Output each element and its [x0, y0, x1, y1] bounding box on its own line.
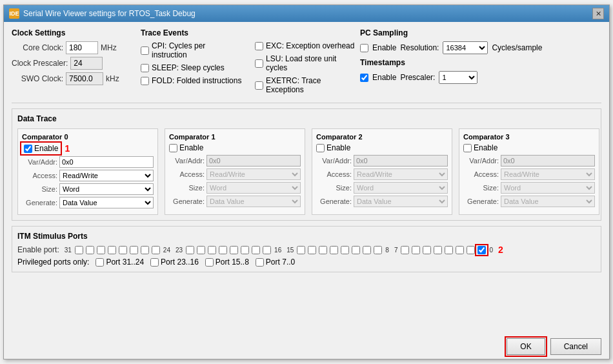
timestamps-row: Enable Prescaler: 1 2 4 8 16 64 — [360, 71, 601, 84]
comp2-generate-label: Generate: — [316, 197, 352, 205]
port-1-cb[interactable] — [467, 246, 475, 254]
comp2-enable-row: Enable — [316, 143, 448, 152]
port-27-cb[interactable] — [119, 246, 127, 254]
comp1-size-select: Word — [206, 182, 301, 194]
port-10-cb[interactable] — [352, 246, 360, 254]
port-3-cb[interactable] — [445, 246, 453, 254]
port-5-cb[interactable] — [423, 246, 431, 254]
pc-enable-checkbox[interactable] — [360, 44, 368, 52]
main-content: Clock Settings Core Clock: MHz Clock Pre… — [4, 22, 609, 334]
trace-lsu-checkbox[interactable] — [255, 59, 263, 68]
comp0-enable-checkbox[interactable] — [24, 145, 32, 153]
priv-row: Privileged ports only: Port 31..24 Port … — [17, 258, 596, 267]
port-19-cb[interactable] — [230, 246, 238, 254]
pc-resolution-select[interactable]: 16384 8192 4096 — [443, 41, 488, 54]
priv-31-24: Port 31..24 — [95, 258, 144, 267]
port-8-num: 8 — [385, 247, 389, 254]
port-31-cb[interactable] — [75, 246, 83, 254]
comp2-size-label: Size: — [316, 184, 352, 192]
port-11-cb[interactable] — [341, 246, 349, 254]
trace-exetrc-row: EXETRC: Trace Exceptions — [255, 76, 360, 94]
comp0-size-select[interactable]: Word Byte Halfword — [59, 183, 154, 195]
core-clock-row: Core Clock: MHz — [12, 41, 141, 54]
port-23-cb[interactable] — [186, 246, 194, 254]
comp3-size-select: Word — [501, 182, 595, 194]
close-button[interactable]: ✕ — [592, 8, 604, 19]
port-28-cb[interactable] — [108, 246, 116, 254]
comp3-access-label: Access: — [463, 170, 499, 178]
trace-cpi-checkbox[interactable] — [141, 46, 149, 55]
comp0-access-select[interactable]: Read/Write Read Write — [59, 170, 154, 181]
trace-events-title: Trace Events — [141, 28, 360, 37]
port-25-cb[interactable] — [141, 246, 149, 254]
port-9-cb[interactable] — [363, 246, 371, 254]
port-21-cb[interactable] — [208, 246, 216, 254]
comp1-generate-select: Data Value — [206, 196, 301, 207]
port-31-num: 31 — [65, 247, 72, 254]
trace-fold-checkbox[interactable] — [141, 77, 149, 85]
port-15-cb[interactable] — [297, 246, 305, 254]
priv-15-8: Port 15..8 — [205, 258, 249, 267]
clock-prescaler-input[interactable] — [70, 57, 103, 70]
comp0-size-label: Size: — [22, 185, 57, 193]
swo-clock-input[interactable] — [66, 72, 103, 85]
port-24-num: 24 — [163, 247, 170, 254]
data-trace-section: Data Trace Comparator 0 Enable 1 Var/Add… — [12, 108, 601, 221]
priv-31-24-checkbox[interactable] — [95, 258, 104, 267]
comp3-enable-label: Enable — [474, 143, 497, 152]
port-24-cb[interactable] — [152, 246, 160, 254]
priv-31-24-label: Port 31..24 — [106, 258, 144, 267]
timestamps-prescaler-select[interactable]: 1 2 4 8 16 64 — [439, 71, 477, 84]
trace-sleep-checkbox[interactable] — [141, 64, 149, 72]
priv-15-8-checkbox[interactable] — [205, 258, 214, 267]
priv-7-0-checkbox[interactable] — [256, 258, 264, 267]
priv-23-16-checkbox[interactable] — [150, 258, 159, 267]
timestamps-enable-checkbox[interactable] — [360, 74, 368, 82]
port-7-cb[interactable] — [401, 246, 409, 254]
comp2-access-label: Access: — [316, 170, 352, 178]
port-0-cb[interactable] — [477, 246, 486, 254]
port-13-cb[interactable] — [319, 246, 327, 254]
priv-label: Privileged ports only: — [17, 258, 89, 267]
port-26-cb[interactable] — [130, 246, 138, 254]
comp1-access-select: Read/Write — [206, 168, 301, 180]
port-8-cb[interactable] — [374, 246, 382, 254]
trace-col-right: EXC: Exception overhead LSU: Load store … — [255, 41, 360, 96]
swo-clock-row: SWO Clock: kHz — [12, 72, 141, 85]
comp2-access-select: Read/Write — [354, 168, 448, 180]
core-clock-unit: MHz — [101, 43, 117, 52]
comp1-enable-checkbox[interactable] — [169, 144, 177, 152]
port-14-cb[interactable] — [308, 246, 316, 254]
comp0-generate-select[interactable]: Data Value PC Value Both — [59, 197, 154, 208]
pc-sampling-section: PC Sampling Enable Resolution: 16384 819… — [360, 28, 601, 96]
port-4-cb[interactable] — [434, 246, 442, 254]
trace-lsu-label: LSU: Load store unit cycles — [266, 54, 360, 72]
comp3-enable-checkbox[interactable] — [463, 144, 472, 152]
pc-enable-label: Enable — [372, 43, 396, 52]
port-2-cb[interactable] — [456, 246, 464, 254]
trace-sleep-label: SLEEP: Sleep cycles — [152, 63, 225, 72]
timestamps-title: Timestamps — [360, 58, 601, 67]
port-16-cb[interactable] — [263, 246, 271, 254]
port-17-cb[interactable] — [252, 246, 260, 254]
port-6-cb[interactable] — [412, 246, 420, 254]
ok-button[interactable]: OK — [507, 338, 545, 355]
comp3-size-label: Size: — [463, 184, 499, 192]
bottom-bar: OK Cancel — [4, 334, 609, 359]
port-29-cb[interactable] — [97, 246, 105, 254]
port-12-cb[interactable] — [330, 246, 338, 254]
port-20-cb[interactable] — [219, 246, 227, 254]
port-22-cb[interactable] — [197, 246, 205, 254]
port-23-num: 23 — [176, 247, 183, 254]
comp0-varaddr-input[interactable] — [59, 156, 154, 168]
trace-exetrc-checkbox[interactable] — [255, 81, 263, 90]
comp2-enable-checkbox[interactable] — [316, 144, 325, 152]
port-16-num: 16 — [274, 247, 281, 254]
core-clock-input[interactable] — [66, 41, 98, 54]
port-18-cb[interactable] — [241, 246, 249, 254]
clock-settings-section: Clock Settings Core Clock: MHz Clock Pre… — [12, 28, 141, 96]
trace-exc-checkbox[interactable] — [255, 42, 263, 50]
port-30-cb[interactable] — [86, 246, 94, 254]
port-7-num: 7 — [394, 247, 398, 254]
cancel-button[interactable]: Cancel — [550, 338, 601, 355]
